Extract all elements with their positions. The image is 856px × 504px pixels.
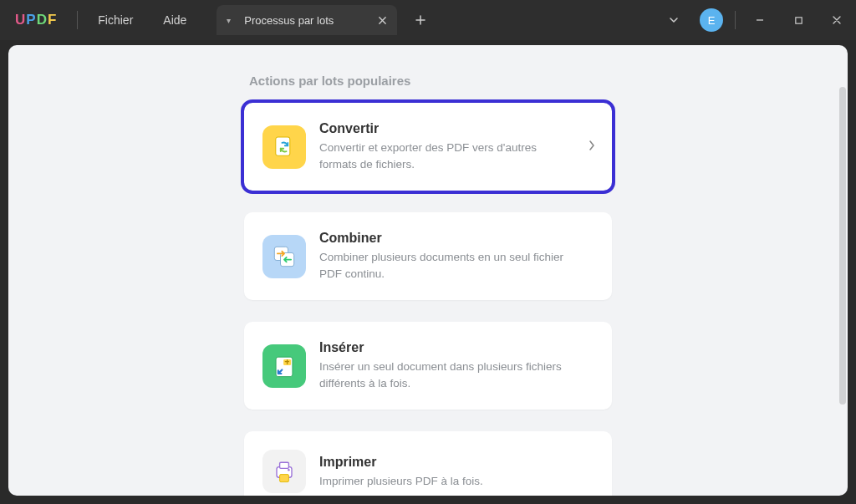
convert-icon [262,125,306,169]
menu-help[interactable]: Aide [148,13,201,27]
svg-rect-8 [280,475,289,482]
svg-rect-7 [280,463,289,469]
card-desc: Convertir et exporter des PDF vers d'aut… [319,140,565,172]
divider [77,11,78,29]
dropdown-button[interactable] [655,0,693,40]
tab-strip: ▾ Processus par lots [217,5,434,35]
card-title: Imprimer [319,455,565,470]
tab-batch-process[interactable]: ▾ Processus par lots [217,5,397,35]
insert-icon [262,344,306,388]
card-title: Insérer [319,340,565,355]
app-logo: UPDF [0,12,72,28]
new-tab-button[interactable] [407,7,434,33]
card-desc: Imprimer plusieurs PDF à la fois. [319,473,565,490]
window-close-icon[interactable] [818,0,856,40]
window-maximize-icon[interactable] [779,0,818,40]
divider [735,11,736,29]
content-pane: Actions par lots populaires Convertir Co… [8,45,848,496]
title-right: E [655,0,856,40]
tab-label: Processus par lots [244,14,334,27]
user-avatar[interactable]: E [700,8,723,32]
svg-rect-0 [795,17,801,23]
tab-dropdown-icon[interactable]: ▾ [227,16,231,25]
card-title: Combiner [319,231,565,246]
svg-point-9 [288,469,290,471]
print-icon [262,450,306,493]
card-inserer[interactable]: Insérer Insérer un seul document dans pl… [244,322,612,410]
window-minimize-icon[interactable] [741,0,779,40]
titlebar: UPDF Fichier Aide ▾ Processus par lots E [0,0,856,40]
card-imprimer[interactable]: Imprimer Imprimer plusieurs PDF à la foi… [244,431,612,496]
card-desc: Combiner plusieurs documents en un seul … [319,249,565,282]
chevron-right-icon [588,140,595,155]
section-title: Actions par lots populaires [249,74,612,88]
combine-icon [262,235,306,278]
card-combiner[interactable]: Combiner Combiner plusieurs documents en… [244,212,612,300]
tab-close-icon[interactable] [374,12,390,28]
card-convertir[interactable]: Convertir Convertir et exporter des PDF … [244,103,612,191]
scrollbar[interactable] [839,87,846,405]
card-title: Convertir [319,121,565,136]
scroll-area: Actions par lots populaires Convertir Co… [8,45,848,496]
menu-file[interactable]: Fichier [83,13,148,27]
card-desc: Insérer un seul document dans plusieurs … [319,359,565,391]
